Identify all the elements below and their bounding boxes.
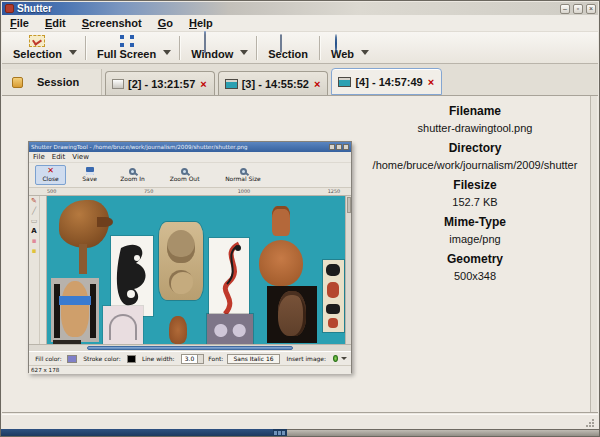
toolbar-separator xyxy=(179,36,180,60)
close-button[interactable]: × xyxy=(586,4,596,14)
preview-drawing-controls: Fill color: Stroke color: Line width: 3.… xyxy=(29,351,351,365)
preview-horizontal-scrollbar xyxy=(29,344,351,351)
selection-dropdown-icon[interactable] xyxy=(69,50,77,55)
preview-save-button: Save xyxy=(76,166,103,184)
preview-canvas xyxy=(47,196,345,344)
preview-menu-file: File xyxy=(33,153,45,161)
tab-screenshot-3[interactable]: [3] - 14:55:52 × xyxy=(218,71,329,95)
window-title: Shutter xyxy=(17,3,52,14)
detail-label-mimetype: Mime-Type xyxy=(358,215,592,229)
mask-carved-panel xyxy=(159,222,203,300)
file-thumbnail-icon xyxy=(112,79,124,89)
menu-screenshot[interactable]: Screenshot xyxy=(74,16,150,30)
text-tool-icon: A xyxy=(31,228,36,235)
menu-help[interactable]: Help xyxy=(181,16,221,30)
web-dropdown-icon[interactable] xyxy=(361,50,369,55)
fullscreen-icon xyxy=(119,35,135,47)
maximize-button[interactable]: ▫ xyxy=(573,4,583,14)
preview-normal-size-button: Normal Size xyxy=(217,167,269,184)
section-icon xyxy=(280,34,282,53)
detail-value-mimetype: image/png xyxy=(358,233,592,246)
tab-close-icon[interactable]: × xyxy=(313,79,321,89)
minimize-button[interactable]: – xyxy=(560,4,570,14)
detail-value-geometry: 500x348 xyxy=(358,270,592,283)
window-icon xyxy=(204,31,206,53)
web-icon xyxy=(335,34,337,53)
titlebar[interactable]: Shutter – ▫ × xyxy=(2,2,598,15)
mask-raven-print xyxy=(111,236,153,316)
section-button[interactable]: Section xyxy=(261,34,315,61)
detail-value-filename: shutter-drawingtool.png xyxy=(358,122,592,135)
mask-figure-carving xyxy=(259,206,303,286)
font-picker-button: Sans Italic 16 xyxy=(227,354,280,364)
menu-file[interactable]: File xyxy=(2,16,37,30)
fill-color-swatch xyxy=(67,355,77,363)
fullscreen-dropdown-icon[interactable] xyxy=(163,50,171,55)
scrollbar-thumb xyxy=(87,346,293,350)
preview-menu-view: View xyxy=(72,153,89,161)
preview-toolbar: ✕ Close Save Zoom In Zoom Out Norm xyxy=(29,163,351,188)
capture-toolbar: Selection Full Screen Window Section Web xyxy=(2,32,598,64)
bottom-panel-segment xyxy=(1,429,273,436)
preview-titlebar: Shutter DrawingTool - /home/bruce/work/j… xyxy=(29,142,351,152)
mask-witch-photo xyxy=(267,286,317,343)
detail-label-geometry: Geometry xyxy=(358,252,592,266)
line-tool-icon: ╱ xyxy=(32,208,36,215)
detail-value-filesize: 152.7 KB xyxy=(358,196,592,209)
menu-go[interactable]: Go xyxy=(150,16,181,30)
selection-size-readout: 627 x 178 xyxy=(31,367,59,373)
content-pane: Shutter DrawingTool - /home/bruce/work/j… xyxy=(2,95,598,413)
resize-grip[interactable] xyxy=(585,418,595,428)
window-button[interactable]: Window xyxy=(184,34,240,61)
insert-image-icon xyxy=(333,355,338,362)
selection-button[interactable]: Selection xyxy=(6,34,69,61)
insert-image-dropdown-icon xyxy=(341,357,347,360)
menubar: File Edit Screenshot Go Help xyxy=(2,15,598,32)
bottom-edge xyxy=(1,429,599,436)
toolbar-separator xyxy=(319,36,320,60)
highlighter-tool-icon: ▪ xyxy=(32,248,37,255)
shutter-app-icon xyxy=(5,4,14,13)
tab-session[interactable]: Session xyxy=(2,69,102,95)
save-icon xyxy=(86,167,94,175)
preview-menubar: File Edit View xyxy=(29,152,351,163)
toolbar-separator xyxy=(256,36,257,60)
selection-icon xyxy=(29,35,45,47)
screenshot-details-panel: Filename shutter-drawingtool.png Directo… xyxy=(358,98,592,283)
detail-label-filename: Filename xyxy=(358,104,592,118)
shutter-window: Shutter – ▫ × File Edit Screenshot Go He… xyxy=(0,0,600,437)
content-scrollbar-gutter[interactable] xyxy=(590,96,597,412)
session-icon xyxy=(12,77,23,88)
stroke-color-swatch xyxy=(127,355,137,363)
mask-bird-carving xyxy=(59,200,109,248)
line-width-spinner: 3.0 xyxy=(181,354,204,364)
web-button[interactable]: Web xyxy=(324,34,361,61)
preview-zoom-in-button: Zoom In xyxy=(113,167,152,184)
preview-vertical-scrollbar xyxy=(345,196,351,344)
detail-label-filesize: Filesize xyxy=(358,178,592,192)
eraser-tool-icon: ▪ xyxy=(32,238,37,245)
tab-screenshot-4-active[interactable]: [4] - 14:57:49 × xyxy=(331,68,442,95)
tabbar: Session [2] - 13:21:57 × [3] - 14:55:52 … xyxy=(2,64,598,95)
detail-label-directory: Directory xyxy=(358,141,592,155)
tab-screenshot-2[interactable]: [2] - 13:21:57 × xyxy=(105,71,215,95)
preview-horizontal-ruler: 500 750 1000 1250 xyxy=(29,188,351,196)
close-icon: ✕ xyxy=(47,167,54,175)
zoom-in-icon xyxy=(129,168,136,175)
preview-vertical-ruler xyxy=(40,196,47,344)
pencil-tool-icon: ✎ xyxy=(31,198,37,205)
screenshot-thumbnail-icon xyxy=(225,79,238,89)
bottom-panel-segment xyxy=(287,429,599,436)
normal-size-icon xyxy=(240,168,247,175)
tab-close-icon[interactable]: × xyxy=(427,77,435,87)
preview-tool-palette: ✎ ╱ ▭ A ▪ ▪ xyxy=(29,196,40,344)
mask-sketch-card xyxy=(103,306,143,344)
window-dropdown-icon[interactable] xyxy=(240,50,248,55)
fullscreen-button[interactable]: Full Screen xyxy=(90,34,163,61)
screenshot-preview-image[interactable]: Shutter DrawingTool - /home/bruce/work/j… xyxy=(28,141,352,373)
mask-pattern-card xyxy=(207,314,253,344)
rectangle-tool-icon: ▭ xyxy=(31,218,38,225)
window-controls: – ▫ × xyxy=(560,4,596,14)
tab-close-icon[interactable]: × xyxy=(199,79,207,89)
menu-edit[interactable]: Edit xyxy=(37,16,74,30)
